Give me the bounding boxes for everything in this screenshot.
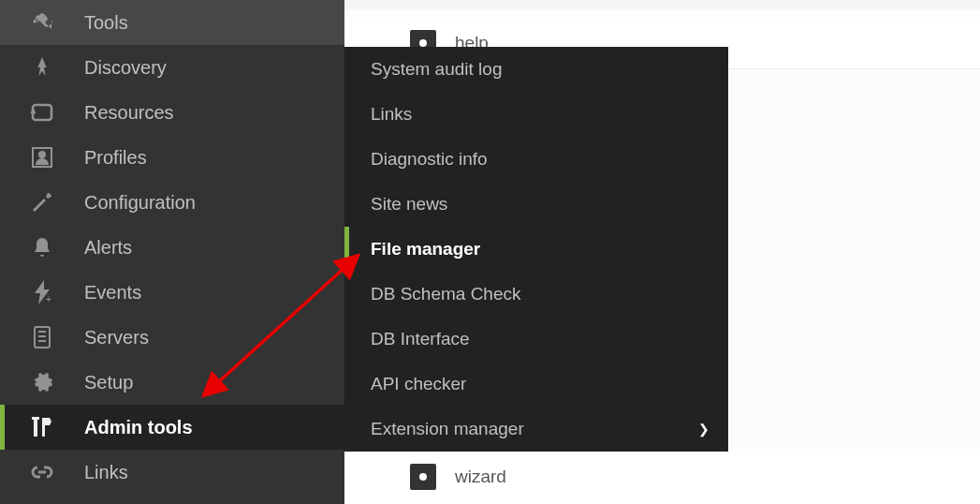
- submenu-item-label: Diagnostic info: [371, 149, 488, 170]
- submenu-item-diagnostic-info[interactable]: Diagnostic info: [344, 137, 728, 182]
- layers-icon: [28, 98, 56, 126]
- sidebar-item-label: Tools: [84, 12, 344, 34]
- sidebar-item-admin-tools[interactable]: Admin tools: [0, 405, 344, 450]
- sidebar-item-label: Links: [84, 462, 344, 483]
- submenu-item-api-checker[interactable]: API checker: [344, 362, 728, 407]
- gear-icon: [28, 368, 56, 396]
- sidebar-item-label: Servers: [84, 327, 344, 348]
- sidebar-item-label: Profiles: [84, 147, 344, 169]
- rocket-icon: [28, 53, 56, 82]
- sidebar-item-discovery[interactable]: Discovery: [0, 45, 344, 90]
- row-label: wizard: [455, 467, 506, 487]
- tools-icon: [28, 8, 56, 37]
- sidebar-item-label: Setup: [84, 372, 344, 393]
- link-icon: [28, 458, 56, 486]
- content-row[interactable]: wizard: [344, 449, 980, 504]
- sidebar-item-profiles[interactable]: Profiles: [0, 135, 344, 180]
- sidebar-item-setup[interactable]: Setup: [0, 360, 344, 405]
- submenu-item-label: Site news: [371, 194, 447, 215]
- submenu-item-file-manager[interactable]: File manager: [344, 227, 728, 272]
- sidebar-item-links[interactable]: Links: [0, 450, 344, 495]
- submenu-item-label: DB Schema Check: [371, 284, 521, 304]
- submenu-item-label: File manager: [371, 239, 480, 259]
- submenu: System audit log Links Diagnostic info S…: [344, 47, 728, 452]
- svg-rect-9: [32, 417, 39, 420]
- submenu-item-label: System audit log: [371, 59, 502, 80]
- submenu-item-system-audit-log[interactable]: System audit log: [344, 47, 728, 92]
- bell-icon: [28, 233, 56, 261]
- submenu-item-label: Extension manager: [371, 419, 524, 439]
- chevron-right-icon: ❯: [698, 422, 709, 437]
- content-spacer-top: [344, 0, 980, 9]
- sidebar-item-events[interactable]: + Events: [0, 270, 344, 315]
- svg-text:+: +: [46, 294, 51, 304]
- sidebar-item-alerts[interactable]: Alerts: [0, 225, 344, 270]
- wrench-icon: [28, 188, 56, 216]
- server-icon: [28, 323, 56, 351]
- submenu-item-db-schema-check[interactable]: DB Schema Check: [344, 272, 728, 317]
- admin-tools-icon: [28, 413, 56, 441]
- submenu-item-label: API checker: [371, 374, 466, 394]
- submenu-item-label: DB Interface: [371, 329, 470, 349]
- module-icon: [410, 464, 436, 490]
- submenu-item-label: Links: [371, 104, 412, 125]
- sidebar-item-label: Resources: [84, 102, 344, 124]
- sidebar-item-label: Configuration: [84, 192, 344, 214]
- sidebar: Tools Discovery Resources Profiles Confi…: [0, 0, 344, 504]
- sidebar-item-servers[interactable]: Servers: [0, 315, 344, 360]
- svg-rect-8: [34, 418, 37, 437]
- submenu-item-links[interactable]: Links: [344, 92, 728, 137]
- svg-point-2: [39, 152, 45, 157]
- bolt-icon: +: [28, 278, 56, 306]
- submenu-item-extension-manager[interactable]: Extension manager ❯: [344, 407, 728, 452]
- sidebar-item-tools[interactable]: Tools: [0, 0, 344, 45]
- profile-icon: [28, 143, 56, 171]
- sidebar-item-label: Alerts: [84, 237, 344, 259]
- sidebar-item-label: Discovery: [84, 57, 344, 79]
- submenu-item-site-news[interactable]: Site news: [344, 182, 728, 227]
- sidebar-item-resources[interactable]: Resources: [0, 90, 344, 135]
- sidebar-item-label: Events: [84, 282, 344, 304]
- submenu-item-db-interface[interactable]: DB Interface: [344, 317, 728, 362]
- sidebar-item-label: Admin tools: [84, 417, 344, 438]
- sidebar-item-configuration[interactable]: Configuration: [0, 180, 344, 225]
